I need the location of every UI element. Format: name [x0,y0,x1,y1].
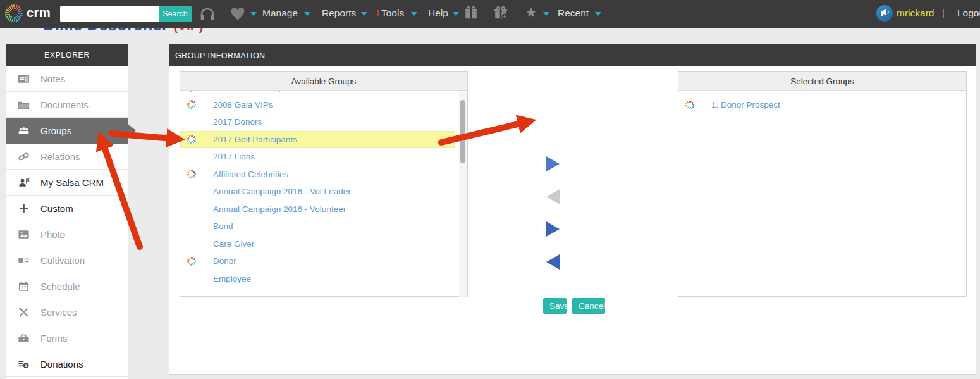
save-button[interactable]: Save [543,298,567,314]
sidebar-item-label: Services [40,307,77,318]
calendar-icon: 17 [18,280,30,292]
logout-link[interactable]: Logout [957,8,980,19]
group-row[interactable]: Donor [180,252,467,270]
sidebar-item-label: Photo [40,229,65,240]
group-row[interactable]: Annual Campaign 2016 - Volunteer [180,201,467,218]
selected-group-row[interactable]: 1. Donor Prospect [678,96,966,114]
group-row[interactable]: Care Giver [180,235,467,253]
sidebar-item-label: Donations [40,359,83,370]
scrollbar-thumb[interactable] [460,100,465,163]
menu-recent[interactable]: Recent [558,8,589,19]
heart-dropdown-chevron-icon[interactable] [250,12,257,16]
sidebar-item-label: Relations [40,151,80,162]
sidebar-item-my-salsa-crm[interactable]: My Salsa CRM [6,170,128,196]
sidebar-item-label: Schedule [40,281,80,292]
sidebar-item-groups[interactable]: Groups [6,118,128,144]
manage-chevron-icon[interactable] [304,12,310,16]
menu-manage[interactable]: Manage [262,8,298,19]
sidebar-item-label: Forms [40,333,68,344]
sidebar-item-label: Documents [40,99,89,110]
toolbox-icon [18,332,30,344]
sidebar-item-forms[interactable]: Forms [6,325,128,351]
app-logo-text[interactable]: crm [27,6,51,20]
donations-money-list-icon: $ [18,358,30,370]
sidebar-item-cultivation[interactable]: Cultivation [6,247,128,273]
group-spinner-icon [187,100,196,109]
person-flag-icon [18,177,30,189]
menu-help[interactable]: Help [428,8,448,19]
tools-chevron-icon[interactable] [411,12,417,16]
sidebar-item-services[interactable]: Services [6,299,128,325]
explorer-header: EXPLORER [6,44,128,66]
sidebar-item-documents[interactable]: Documents [6,92,128,118]
search-button[interactable]: Search [159,6,192,22]
selected-groups-listbox: Selected Groups 1. Donor Prospect [678,71,967,297]
chain-link-icon [18,151,30,163]
user-divider: | [942,8,945,18]
sidebar-item-label: Notes [40,73,65,84]
available-groups-listbox: Available Groups 2008 Gala Participants … [180,71,468,297]
group-information-panel: GROUP INFORMATION Available Groups 2008 … [169,44,976,375]
move-left-disabled-button[interactable] [546,189,560,204]
headphones-icon[interactable] [199,6,216,22]
constituent-name: Dixie Desorcher [43,28,168,34]
folder-icon [18,99,30,111]
sidebar-item-photo[interactable]: Photo [6,221,128,247]
star-chevron-icon[interactable] [543,12,549,16]
recent-chevron-icon[interactable] [595,12,601,16]
gift-add-icon[interactable] [494,6,508,20]
menu-reports[interactable]: Reports [322,8,356,19]
cultivation-list-icon [18,254,30,266]
global-search: Search [60,6,192,22]
constituent-page-title: Dixie Desorcher(VIP) [43,28,309,34]
move-all-left-button[interactable] [546,254,560,270]
group-row-clipped[interactable]: 2008 Gala Participants [180,91,467,96]
group-row-highlighted[interactable]: 2017 Golf Participants [180,131,455,149]
search-input[interactable] [60,6,159,22]
group-spinner-icon [187,257,196,266]
favorites-heart-icon[interactable] [230,6,246,22]
move-all-right-button[interactable] [546,221,560,237]
group-spinner-icon [187,135,196,144]
group-row[interactable]: Annual Campaign 2016 - Vol Leader [180,183,467,201]
sidebar-item-custom[interactable]: Custom [6,196,128,221]
group-row[interactable]: 2008 Gala VIPs [180,96,467,114]
section-title-bar: GROUP INFORMATION [169,44,976,66]
reports-chevron-icon[interactable] [361,12,367,16]
svg-text:$: $ [25,363,27,368]
tools-alert-badge: ! [376,8,379,18]
move-right-button[interactable] [546,156,560,171]
plus-icon [18,202,30,214]
username-label[interactable]: mrickard [897,8,934,19]
group-row[interactable]: Bond [180,218,467,235]
list-scrollbar [459,92,467,297]
group-row[interactable]: 2017 Lions [180,148,467,166]
sidebar-item-notes[interactable]: Notes [6,66,128,92]
group-spinner-icon [187,91,196,92]
group-row[interactable]: 2017 Donors [180,113,467,131]
menu-tools[interactable]: Tools [381,8,404,19]
group-row[interactable]: Affiliated Celebrities [180,166,467,183]
svg-text:17: 17 [21,285,26,289]
sidebar-item-relations[interactable]: Relations [6,144,128,170]
sidebar-item-donations[interactable]: $ Donations [6,351,128,377]
section-title: GROUP INFORMATION [175,51,265,60]
cancel-button[interactable]: Cancel [572,298,605,314]
star-favorites-icon[interactable]: ★ [525,4,537,21]
sidebar-item-label: Groups [40,125,71,136]
selected-groups-scroll-area: 1. Donor Prospect [678,91,966,296]
sidebar-item-schedule[interactable]: 17 Schedule [6,273,128,299]
salsa-crm-page: crm Search Manage Reports ! Tools Help [0,0,980,379]
tools-icon [18,306,30,318]
constituent-badge: (VIP) [173,28,204,33]
available-groups-scroll-area: 2008 Gala Participants 2008 Gala VIPs 20… [180,91,467,296]
salsa-logo-icon[interactable] [5,4,23,22]
user-avatar-megaphone-icon[interactable] [876,5,893,22]
gift-icon[interactable] [464,6,478,20]
available-groups-header: Available Groups [180,72,467,91]
group-row[interactable]: Employee [180,270,467,288]
photo-icon [18,228,30,240]
help-chevron-icon[interactable] [453,12,459,16]
active-item-pointer [128,124,136,137]
group-spinner-icon [685,101,694,109]
